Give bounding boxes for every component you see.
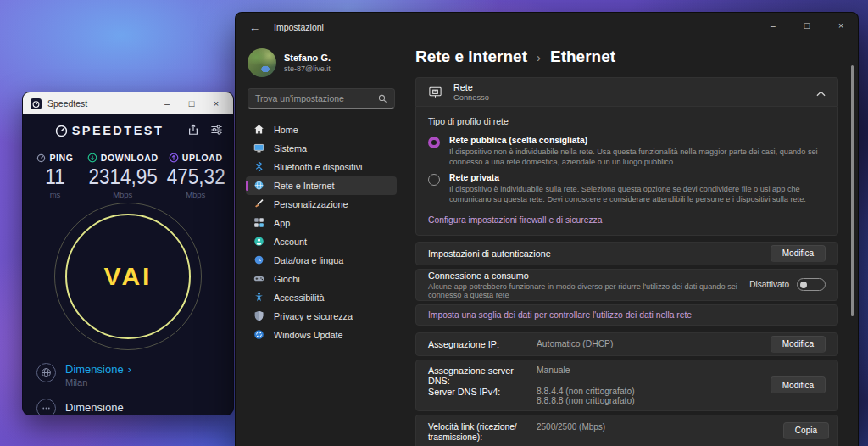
sidebar-item-label: Giochi xyxy=(274,274,300,284)
sidebar-item-home[interactable]: Home xyxy=(246,120,397,139)
detail-value: 2500/2500 (Mbps) xyxy=(537,422,605,433)
sidebar-item-label: Sistema xyxy=(274,143,307,153)
minimize-button[interactable]: – xyxy=(158,98,176,109)
page-title: Ethernet xyxy=(550,47,615,66)
go-button[interactable]: VAI xyxy=(65,214,191,339)
user-profile[interactable]: Stefano G. ste-87@live.it xyxy=(248,48,397,77)
breadcrumb-parent[interactable]: Rete e Internet xyxy=(415,47,527,66)
speedtest-window-title: Speedtest xyxy=(47,98,152,109)
close-button[interactable]: × xyxy=(207,98,225,109)
copy-button[interactable]: Copia xyxy=(783,422,829,439)
auth-edit-button[interactable]: Modifica xyxy=(771,245,826,262)
upload-label: UPLOAD xyxy=(182,153,223,163)
scrollbar[interactable] xyxy=(851,65,854,316)
server-label[interactable]: Dimensione xyxy=(65,363,124,376)
network-card-title: Rete xyxy=(453,82,489,92)
share-icon[interactable] xyxy=(187,124,199,136)
ip-assignment-label: Assegnazione IP: xyxy=(428,339,537,349)
maximize-button[interactable]: □ xyxy=(182,98,201,109)
network-card[interactable]: Rete Connesso xyxy=(415,77,838,106)
dns-assignment-row: Assegnazione server DNS: Manuale Server … xyxy=(415,360,838,411)
upload-value: 475,32 xyxy=(166,164,225,189)
sidebar-item-label: Bluetooth e dispositivi xyxy=(274,162,362,172)
download-metric: DOWNLOAD 2314,95 Mbps xyxy=(85,153,161,199)
search-input[interactable]: Trova un'impostazione xyxy=(248,88,395,109)
private-network-desc: Il dispositivo è individuabile sulla ret… xyxy=(449,184,826,204)
settings-window-title: Impostazioni xyxy=(274,22,324,32)
connection-details-card: Copia Velocità link (ricezione/ trasmiss… xyxy=(415,415,838,446)
speedtest-actions xyxy=(187,124,223,136)
ip-assignment-value: Automatico (DHCP) xyxy=(537,339,613,348)
auth-settings-row: Impostazioni di autenticazione Modifica xyxy=(415,242,838,265)
download-label: DOWNLOAD xyxy=(101,153,159,163)
sidebar-item-label: Personalizzazione xyxy=(274,199,348,209)
firewall-settings-link[interactable]: Configura impostazioni firewall e di sic… xyxy=(428,215,602,225)
sidebar-item-personalizzazione[interactable]: Personalizzazione xyxy=(246,195,397,214)
network-card-status: Connesso xyxy=(453,93,489,102)
detail-label: Velocità link (ricezione/ trasmissione): xyxy=(428,422,537,444)
sidebar-item-account[interactable]: Account xyxy=(246,232,397,251)
dns-assignment-value: Manuale xyxy=(537,365,570,375)
settings-sliders-icon[interactable] xyxy=(210,124,223,136)
sidebar-item-label: Privacy e sicurezza xyxy=(274,311,353,321)
data-limit-row: Imposta una soglia dei dati per controll… xyxy=(415,304,838,326)
radio-selected-icon[interactable] xyxy=(428,137,440,148)
brush-icon xyxy=(253,198,264,209)
connections-icon xyxy=(36,399,56,415)
maximize-button[interactable]: □ xyxy=(790,13,824,38)
sidebar-item-data-ora-lingua[interactable]: Data/ora e lingua xyxy=(246,251,397,270)
ip-edit-button[interactable]: Modifica xyxy=(771,336,826,353)
chevron-up-icon[interactable] xyxy=(816,85,826,100)
ip-assignment-row: Assegnazione IP: Automatico (DHCP) Modif… xyxy=(415,332,838,356)
sidebar-item-app[interactable]: App xyxy=(246,214,397,232)
user-name: Stefano G. xyxy=(284,53,331,63)
server-value: Milan xyxy=(65,377,131,387)
back-icon[interactable]: ← xyxy=(249,21,260,34)
public-network-option[interactable]: Rete pubblica (scelta consigliata) Il di… xyxy=(428,136,826,167)
speedtest-gauge-icon xyxy=(55,125,68,137)
data-limit-link[interactable]: Imposta una soglia dei dati per controll… xyxy=(428,310,692,320)
sidebar-item-windows-update[interactable]: Windows Update xyxy=(246,326,397,344)
settings-window: ← Impostazioni – □ × Stefano G. ste-87@l… xyxy=(235,12,859,446)
sidebar-item-sistema[interactable]: Sistema xyxy=(246,139,397,158)
download-unit: Mbps xyxy=(85,190,161,199)
ping-gauge-icon xyxy=(36,153,46,163)
sidebar-item-privacy[interactable]: Privacy e sicurezza xyxy=(246,307,397,326)
search-placeholder: Trova un'impostazione xyxy=(255,93,344,103)
gamepad-icon xyxy=(253,273,264,284)
metered-toggle[interactable] xyxy=(797,278,826,291)
server-row[interactable]: Dimensione › Milan xyxy=(36,363,225,387)
sidebar-item-giochi[interactable]: Giochi xyxy=(246,270,397,288)
breadcrumb-separator-icon: › xyxy=(537,49,541,64)
speedtest-logo-text: SPEEDTEST xyxy=(72,124,164,137)
sidebar-item-label: Rete e Internet xyxy=(274,181,334,191)
apps-grid-icon xyxy=(253,217,264,228)
speedtest-titlebar: Speedtest – □ × xyxy=(23,92,233,114)
sidebar-item-rete-e-internet[interactable]: Rete e Internet xyxy=(246,176,397,195)
accessibility-icon xyxy=(253,292,264,303)
avatar xyxy=(248,48,276,77)
public-network-desc: Il dispositivo non è individuabile nella… xyxy=(449,147,826,167)
minimize-button[interactable]: – xyxy=(756,13,790,38)
settings-sidebar: Stefano G. ste-87@live.it Trova un'impos… xyxy=(236,42,407,446)
settings-main: Rete e Internet › Ethernet Rete Connesso… xyxy=(415,42,838,446)
private-network-option[interactable]: Rete privata Il dispositivo è individuab… xyxy=(428,173,826,204)
close-button[interactable]: × xyxy=(824,13,858,38)
monitor-icon xyxy=(253,142,264,153)
ping-metric: PING 11 ms xyxy=(28,153,82,199)
metered-title: Connessione a consumo xyxy=(428,270,749,281)
sidebar-item-label: Account xyxy=(274,237,307,247)
sidebar-item-accessibilita[interactable]: Accessibilità xyxy=(246,288,397,307)
connection-label[interactable]: Dimensione xyxy=(65,401,124,414)
radio-unselected-icon[interactable] xyxy=(428,174,440,186)
sidebar-item-label: Windows Update xyxy=(274,330,343,340)
sidebar-item-bluetooth[interactable]: Bluetooth e dispositivi xyxy=(246,158,397,176)
profile-type-heading: Tipo di profilo di rete xyxy=(428,116,826,126)
connection-row[interactable]: Dimensione xyxy=(36,399,225,415)
sidebar-item-label: Data/ora e lingua xyxy=(274,255,343,265)
dns-edit-button[interactable]: Modifica xyxy=(771,376,826,393)
metered-connection-row: Connessione a consumo Alcune app potrebb… xyxy=(415,269,838,301)
search-icon xyxy=(378,94,387,103)
settings-nav: Home Sistema Bluetooth e dispositivi Ret… xyxy=(246,120,397,344)
sidebar-item-label: Home xyxy=(274,125,298,135)
